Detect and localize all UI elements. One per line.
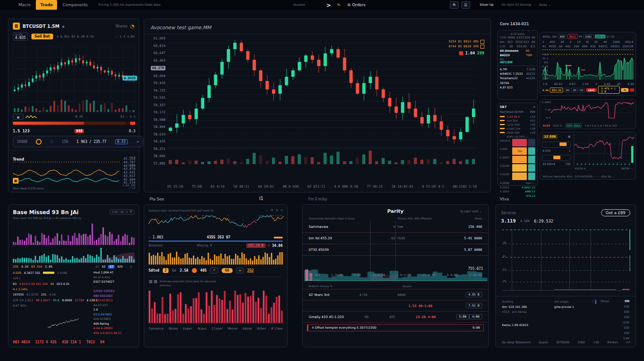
interval-box[interactable]: m-24 4.035: [13, 32, 28, 41]
services-bottom-item[interactable]: 2Y60: [578, 341, 585, 344]
meta-icon[interactable]: Δ: [276, 208, 278, 212]
flow-button[interactable]: ▪: [630, 88, 634, 92]
toolbar-item-orange-oval[interactable]: 60: [222, 268, 233, 273]
toolbar-item-dark-chip[interactable]: ▭: [236, 268, 244, 273]
top-link[interactable]: Silver Up: [480, 3, 494, 7]
parity-t2-row[interactable]: Gmally 433 45-1:2039042513.20 4:005:00 |…: [303, 311, 488, 323]
ladder-row[interactable]: 2.043 254138: [500, 127, 535, 130]
trend-footer-right[interactable]: ⤢ +2: [128, 186, 135, 190]
toolbar-item-text[interactable]: 2.SA: [180, 269, 188, 273]
flow-button[interactable]: 034.45: [550, 88, 563, 92]
main-plot[interactable]: [167, 37, 477, 165]
heat-block[interactable]: [512, 156, 527, 163]
breakdown-controls[interactable]: 4.04 · 40 · 1 ⊛: [110, 209, 134, 215]
heat-block[interactable]: [512, 173, 527, 180]
services-list-value: 500: [600, 325, 629, 330]
gauge-left: 1.5 123: [13, 129, 30, 133]
chart-type-icon[interactable]: ▣: [13, 178, 19, 184]
cell-chip[interactable]: 7.51 B: [466, 303, 482, 308]
toolbar-item-text[interactable]: Sdtvd: [149, 269, 159, 273]
top-links: Silver UpOn item 43 DrivingAway ⌄: [480, 3, 551, 7]
flow-button[interactable]: 7L: [621, 88, 629, 92]
pen-icon[interactable]: ✎: [337, 2, 341, 8]
toolbar-item-dark-chip[interactable]: 🗲: [210, 267, 218, 273]
check-icon[interactable]: ⟋⟋: [626, 341, 630, 344]
tuner-box-icon[interactable]: ▣: [567, 135, 571, 138]
box-icon[interactable]: ▢: [50, 140, 54, 143]
breakdown-row: 4.02B4.3427 2011.0340: [13, 270, 91, 276]
toolbar-item-orange-text[interactable]: 252: [247, 269, 253, 273]
heat-block[interactable]: [512, 164, 527, 172]
cell-chip[interactable]: 5:00 | 4:00: [456, 314, 482, 319]
flow-button[interactable]: 0V: [579, 88, 585, 92]
tuner-tag[interactable]: 12 E08: [542, 134, 558, 139]
cell: 425: [389, 315, 395, 319]
top-link[interactable]: Away ⌄: [539, 3, 551, 7]
tuner-slider-2[interactable]: [542, 155, 571, 161]
tab-components[interactable]: Components: [58, 0, 92, 10]
gear-icon[interactable]: ◔: [130, 23, 134, 29]
ring-icon[interactable]: [36, 139, 42, 145]
ladder-row[interactable]: 2930 504+28: [500, 131, 535, 134]
meta-icon[interactable]: ≋: [271, 208, 273, 212]
grid-icon[interactable]: ▦: [13, 114, 23, 120]
watch-candle-chart[interactable]: 0.0435: [13, 46, 135, 113]
toolbar-item-text[interactable]: 405: [200, 269, 207, 273]
services-bottom-item[interactable]: DYT9200: [556, 341, 569, 344]
order-qty-field[interactable]: 10000: [17, 140, 27, 144]
flow-button[interactable]: 00: [571, 88, 577, 92]
c: 494: [582, 44, 587, 49]
orders-button[interactable]: Orders: [352, 3, 365, 7]
services-bottom-item[interactable]: +50: [593, 341, 599, 344]
chevron-icon[interactable]: >: [326, 2, 331, 8]
top-link[interactable]: On item 43 Driving: [502, 3, 531, 7]
top-tabs: MacroTradeComponents: [14, 0, 92, 10]
heat-block[interactable]: [512, 139, 527, 146]
order-chip[interactable]: 0.43: [115, 139, 128, 144]
sell-button[interactable]: Sell Bet: [31, 34, 53, 39]
main-y-tick: 59,357: [153, 104, 165, 107]
ladder-row[interactable]: 1.63 39-4+43: [500, 115, 535, 118]
services-bottom-item[interactable]: 8%Yern: [607, 341, 618, 344]
pause-dots-icon[interactable]: ∵‖: [592, 300, 597, 304]
services-bottom-item[interactable]: Qu deep Taltarorere: [502, 341, 530, 344]
toolbar-item-dimtext[interactable]: Ge: [172, 269, 176, 273]
tab-trade[interactable]: Trade: [36, 0, 57, 10]
exposure-bar[interactable]: [13, 122, 135, 125]
flow-cell: 09: [579, 35, 582, 38]
meta-icon[interactable]: ⌄: [265, 208, 268, 212]
window-icon-button[interactable]: ☰: [461, 1, 470, 9]
ladder-row[interactable]: Pad 304433: [500, 119, 535, 122]
heat-block[interactable]: 750: [512, 147, 527, 155]
order-entry[interactable]: 10000 ▢ 150 1 963 / 235.77 0.43 ≡: [13, 136, 143, 147]
breakdown-val: 459 4.0.0313 44.51: [93, 331, 134, 336]
flow-button[interactable]: 1 4?1 × | 1 8: [598, 86, 620, 94]
main-y-tick: 58,066: [153, 154, 165, 158]
squiggle-chart: [149, 214, 284, 234]
trend-y-axis: 45.25444.70744.30443.87043.43143.01742.6…: [123, 157, 135, 184]
meta-icon[interactable]: ⌂: [281, 208, 283, 212]
ladder-row[interactable]: 1232 504138: [500, 123, 535, 126]
orange-dash[interactable]: [274, 237, 283, 238]
order-side[interactable]: ≡: [136, 140, 139, 144]
tab-macro[interactable]: Macro: [14, 0, 35, 10]
token: —: [126, 265, 127, 269]
label: Pad 304: [507, 119, 518, 122]
legend-box-icon: [480, 45, 484, 49]
mixer-row1-left: 1.003: [153, 235, 163, 239]
parity-menu[interactable]: D-cap? som ⌄: [406, 210, 482, 213]
parity-t2-row[interactable]: 42 Years 3rd4:5000094.55 B: [303, 289, 488, 300]
window-icon-button[interactable]: ⧉: [450, 1, 459, 9]
services-bottom-item[interactable]: Quano: [539, 341, 548, 344]
parity-alert-row[interactable]: 4 Offset hempler everything 5.3077/2300 …: [307, 324, 484, 331]
toolbar-item-orange-chip[interactable]: J: [163, 268, 169, 273]
flow-button[interactable]: 1641: [586, 88, 597, 92]
flow-button[interactable]: 00: [564, 88, 570, 92]
cta-button[interactable]: Get a £89: [601, 209, 630, 216]
shares-label[interactable]: Shares: [115, 24, 127, 28]
parity-t2-row[interactable]: 1.53 49-1:007.51 B: [303, 300, 488, 311]
tuner-slider-1[interactable]: [542, 142, 571, 148]
cell-chip[interactable]: 4.55 B: [466, 292, 482, 297]
flow-button[interactable]: 4.64: [542, 88, 548, 92]
toolbar-item-orange-dot[interactable]: [192, 268, 197, 273]
